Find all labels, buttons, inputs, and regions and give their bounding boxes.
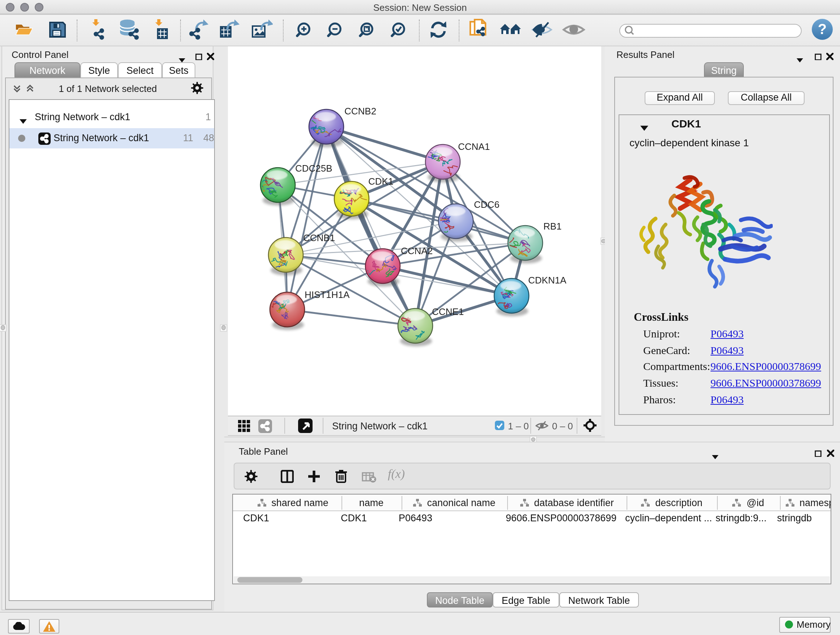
svg-text:HIST1H1A: HIST1H1A <box>305 289 350 300</box>
svg-text:CCNB2: CCNB2 <box>344 106 376 117</box>
svg-text:CDK1: CDK1 <box>368 176 393 187</box>
svg-text:RB1: RB1 <box>543 221 562 232</box>
svg-text:CDC6: CDC6 <box>474 199 500 210</box>
svg-text:CDC25B: CDC25B <box>295 163 332 174</box>
svg-text:CCNA1: CCNA1 <box>458 141 490 152</box>
svg-text:CCNE1: CCNE1 <box>432 306 464 317</box>
svg-text:CCNB1: CCNB1 <box>303 233 335 243</box>
svg-text:CDKN1A: CDKN1A <box>528 275 567 286</box>
svg-text:CCNA2: CCNA2 <box>401 245 433 256</box>
